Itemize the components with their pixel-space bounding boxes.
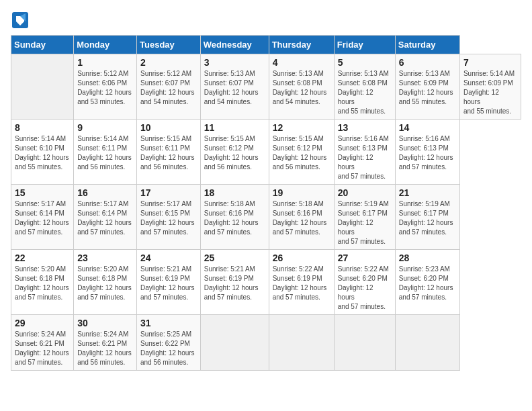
calendar-cell: 5Sunrise: 5:13 AM Sunset: 6:08 PM Daylig… [334, 54, 395, 120]
calendar-cell: 10Sunrise: 5:15 AM Sunset: 6:11 PM Dayli… [137, 120, 201, 185]
calendar-day-header: Sunday [11, 36, 74, 54]
calendar-day-header: Thursday [269, 36, 334, 54]
calendar-cell: 16Sunrise: 5:17 AM Sunset: 6:14 PM Dayli… [74, 185, 137, 250]
day-info: Sunrise: 5:19 AM Sunset: 6:17 PM Dayligh… [399, 199, 456, 237]
day-info: Sunrise: 5:16 AM Sunset: 6:13 PM Dayligh… [399, 134, 456, 172]
day-number: 12 [273, 122, 330, 133]
calendar-table: SundayMondayTuesdayWednesdayThursdayFrid… [11, 35, 521, 371]
day-info: Sunrise: 5:17 AM Sunset: 6:14 PM Dayligh… [77, 199, 133, 237]
day-number: 16 [77, 187, 133, 198]
day-number: 22 [15, 253, 70, 263]
day-number: 6 [399, 57, 456, 68]
day-info: Sunrise: 5:13 AM Sunset: 6:08 PM Dayligh… [338, 69, 392, 116]
calendar-cell: 7Sunrise: 5:14 AM Sunset: 6:09 PM Daylig… [459, 54, 521, 120]
calendar-day-header: Tuesday [137, 36, 201, 54]
day-number: 30 [77, 318, 133, 328]
day-number: 20 [338, 187, 392, 198]
day-info: Sunrise: 5:22 AM Sunset: 6:19 PM Dayligh… [273, 265, 330, 302]
day-number: 9 [77, 122, 133, 133]
day-info: Sunrise: 5:17 AM Sunset: 6:15 PM Dayligh… [140, 199, 197, 237]
day-info: Sunrise: 5:15 AM Sunset: 6:12 PM Dayligh… [204, 134, 265, 172]
day-number: 13 [338, 122, 392, 133]
calendar-cell [395, 315, 459, 371]
calendar-day-header: Wednesday [200, 36, 269, 54]
day-number: 29 [15, 318, 70, 328]
day-number: 17 [140, 187, 197, 198]
day-info: Sunrise: 5:14 AM Sunset: 6:09 PM Dayligh… [463, 69, 517, 116]
calendar-cell [269, 315, 334, 371]
day-number: 24 [140, 253, 197, 263]
calendar-cell: 13Sunrise: 5:16 AM Sunset: 6:13 PM Dayli… [334, 120, 395, 185]
calendar-week-row: 15Sunrise: 5:17 AM Sunset: 6:14 PM Dayli… [11, 185, 521, 250]
calendar-cell: 27Sunrise: 5:22 AM Sunset: 6:20 PM Dayli… [334, 250, 395, 315]
day-number: 19 [273, 187, 330, 198]
day-info: Sunrise: 5:21 AM Sunset: 6:19 PM Dayligh… [204, 265, 265, 302]
day-number: 31 [140, 318, 197, 328]
calendar-day-header: Monday [74, 36, 137, 54]
calendar-cell: 3Sunrise: 5:13 AM Sunset: 6:07 PM Daylig… [200, 54, 269, 120]
day-info: Sunrise: 5:13 AM Sunset: 6:08 PM Dayligh… [273, 69, 330, 107]
day-info: Sunrise: 5:21 AM Sunset: 6:19 PM Dayligh… [140, 265, 197, 302]
calendar-cell: 29Sunrise: 5:24 AM Sunset: 6:21 PM Dayli… [11, 315, 74, 371]
calendar-cell: 17Sunrise: 5:17 AM Sunset: 6:15 PM Dayli… [137, 185, 201, 250]
calendar-week-row: 1Sunrise: 5:12 AM Sunset: 6:06 PM Daylig… [11, 54, 521, 120]
calendar-week-row: 22Sunrise: 5:20 AM Sunset: 6:18 PM Dayli… [11, 250, 521, 315]
day-number: 18 [204, 187, 265, 198]
logo-icon [11, 11, 30, 30]
day-number: 27 [338, 253, 392, 263]
calendar-cell: 19Sunrise: 5:18 AM Sunset: 6:16 PM Dayli… [269, 185, 334, 250]
day-number: 11 [204, 122, 265, 133]
day-number: 2 [140, 57, 197, 68]
day-info: Sunrise: 5:20 AM Sunset: 6:18 PM Dayligh… [77, 265, 133, 302]
calendar-week-row: 8Sunrise: 5:14 AM Sunset: 6:10 PM Daylig… [11, 120, 521, 185]
day-info: Sunrise: 5:12 AM Sunset: 6:07 PM Dayligh… [140, 69, 197, 107]
calendar-cell [200, 315, 269, 371]
calendar-week-row: 29Sunrise: 5:24 AM Sunset: 6:21 PM Dayli… [11, 315, 521, 371]
calendar-cell: 8Sunrise: 5:14 AM Sunset: 6:10 PM Daylig… [11, 120, 74, 185]
calendar-cell: 24Sunrise: 5:21 AM Sunset: 6:19 PM Dayli… [137, 250, 201, 315]
day-number: 8 [15, 122, 70, 133]
calendar-cell: 18Sunrise: 5:18 AM Sunset: 6:16 PM Dayli… [200, 185, 269, 250]
calendar-cell: 9Sunrise: 5:14 AM Sunset: 6:11 PM Daylig… [74, 120, 137, 185]
header [11, 11, 521, 30]
calendar-day-header: Friday [334, 36, 395, 54]
day-info: Sunrise: 5:14 AM Sunset: 6:11 PM Dayligh… [77, 134, 133, 172]
calendar-header-row: SundayMondayTuesdayWednesdayThursdayFrid… [11, 36, 521, 54]
calendar-cell: 31Sunrise: 5:25 AM Sunset: 6:22 PM Dayli… [137, 315, 201, 371]
day-info: Sunrise: 5:23 AM Sunset: 6:20 PM Dayligh… [399, 265, 456, 302]
calendar-cell: 4Sunrise: 5:13 AM Sunset: 6:08 PM Daylig… [269, 54, 334, 120]
logo [11, 11, 32, 30]
day-info: Sunrise: 5:17 AM Sunset: 6:14 PM Dayligh… [15, 199, 70, 237]
day-info: Sunrise: 5:13 AM Sunset: 6:07 PM Dayligh… [204, 69, 265, 107]
calendar-day-header: Saturday [395, 36, 459, 54]
calendar-cell: 12Sunrise: 5:15 AM Sunset: 6:12 PM Dayli… [269, 120, 334, 185]
day-number: 3 [204, 57, 265, 68]
day-number: 15 [15, 187, 70, 198]
day-info: Sunrise: 5:18 AM Sunset: 6:16 PM Dayligh… [273, 199, 330, 237]
calendar-cell: 1Sunrise: 5:12 AM Sunset: 6:06 PM Daylig… [74, 54, 137, 120]
day-number: 26 [273, 253, 330, 263]
day-number: 25 [204, 253, 265, 263]
day-number: 1 [77, 57, 133, 68]
day-number: 14 [399, 122, 456, 133]
day-number: 28 [399, 253, 456, 263]
day-info: Sunrise: 5:13 AM Sunset: 6:09 PM Dayligh… [399, 69, 456, 107]
day-info: Sunrise: 5:24 AM Sunset: 6:21 PM Dayligh… [15, 330, 70, 367]
calendar-cell: 15Sunrise: 5:17 AM Sunset: 6:14 PM Dayli… [11, 185, 74, 250]
day-number: 7 [463, 57, 517, 68]
calendar-cell: 22Sunrise: 5:20 AM Sunset: 6:18 PM Dayli… [11, 250, 74, 315]
day-info: Sunrise: 5:15 AM Sunset: 6:11 PM Dayligh… [140, 134, 197, 172]
day-info: Sunrise: 5:22 AM Sunset: 6:20 PM Dayligh… [338, 265, 392, 312]
day-info: Sunrise: 5:19 AM Sunset: 6:17 PM Dayligh… [338, 199, 392, 246]
day-info: Sunrise: 5:15 AM Sunset: 6:12 PM Dayligh… [273, 134, 330, 172]
calendar-cell: 14Sunrise: 5:16 AM Sunset: 6:13 PM Dayli… [395, 120, 459, 185]
calendar-cell: 20Sunrise: 5:19 AM Sunset: 6:17 PM Dayli… [334, 185, 395, 250]
calendar-cell: 26Sunrise: 5:22 AM Sunset: 6:19 PM Dayli… [269, 250, 334, 315]
calendar-cell: 28Sunrise: 5:23 AM Sunset: 6:20 PM Dayli… [395, 250, 459, 315]
day-number: 4 [273, 57, 330, 68]
day-info: Sunrise: 5:14 AM Sunset: 6:10 PM Dayligh… [15, 134, 70, 172]
calendar-cell: 2Sunrise: 5:12 AM Sunset: 6:07 PM Daylig… [137, 54, 201, 120]
day-info: Sunrise: 5:20 AM Sunset: 6:18 PM Dayligh… [15, 265, 70, 302]
day-info: Sunrise: 5:18 AM Sunset: 6:16 PM Dayligh… [204, 199, 265, 237]
calendar-cell: 23Sunrise: 5:20 AM Sunset: 6:18 PM Dayli… [74, 250, 137, 315]
